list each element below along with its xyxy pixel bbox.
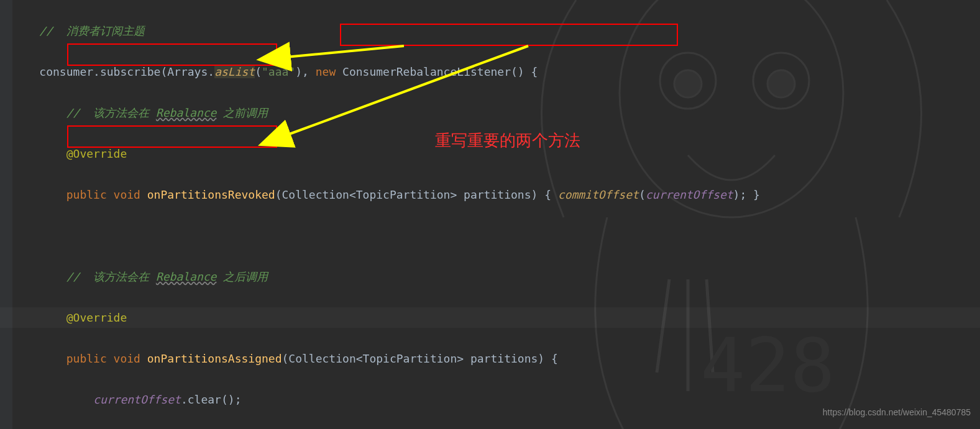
code-line[interactable]: public void onPartitionsAssigned(Collect…: [12, 348, 980, 369]
code-line[interactable]: consumer.subscribe(Arrays.asList("aaa"),…: [12, 61, 980, 82]
code-line[interactable]: public void onPartitionsRevoked(Collecti…: [12, 184, 980, 205]
annotation-label: 重写重要的两个方法: [435, 130, 580, 151]
comment-text: // 消费者订阅主题: [39, 24, 144, 37]
current-line-highlight: [0, 307, 980, 328]
code-line[interactable]: [12, 225, 980, 246]
code-line[interactable]: // 该方法会在 Rebalance 之前调用: [12, 102, 980, 123]
method-name: onPartitionsAssigned: [147, 352, 282, 365]
string-literal: "aaa": [262, 65, 295, 78]
static-method-call: asList: [214, 65, 255, 78]
code-editor[interactable]: // 消费者订阅主题 consumer.subscribe(Arrays.asL…: [0, 0, 980, 429]
watermark-text: https://blog.csdn.net/weixin_45480785: [823, 402, 971, 423]
annotation: @Override: [66, 147, 127, 160]
code-line[interactable]: // 消费者订阅主题: [12, 20, 980, 41]
code-line[interactable]: // 该方法会在 Rebalance 之后调用: [12, 266, 980, 287]
method-name: onPartitionsRevoked: [147, 188, 275, 201]
